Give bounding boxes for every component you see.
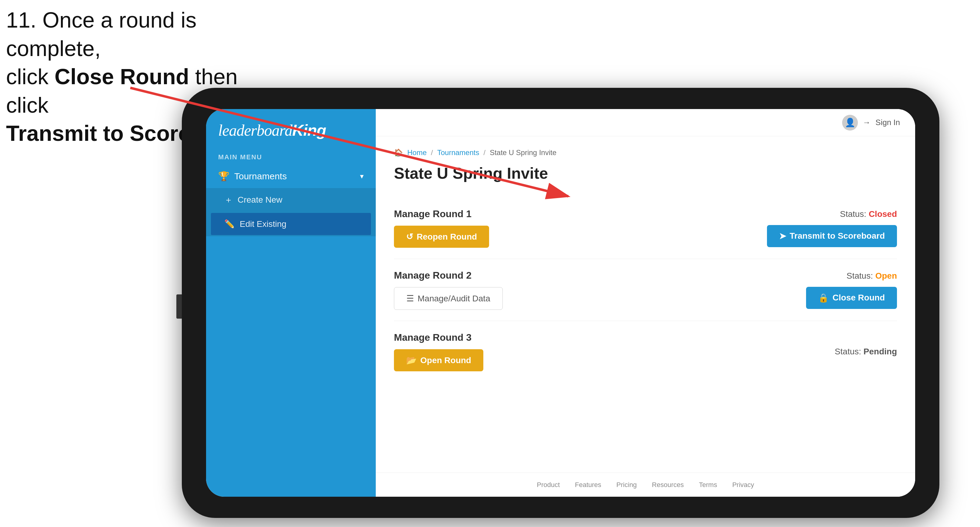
tablet-shell: leaderboardKing MAIN MENU 🏆 Tournaments …	[182, 88, 939, 518]
footer-terms[interactable]: Terms	[699, 481, 717, 489]
chevron-down-icon: ▾	[360, 172, 364, 181]
round-2-row: Manage Round 2 ☰ Manage/Audit Data Statu…	[394, 259, 897, 321]
logo-area: leaderboardKing	[206, 109, 376, 148]
tablet-side-button	[177, 294, 182, 319]
round-1-row: Manage Round 1 ↺ Reopen Round Status: Cl…	[394, 197, 897, 259]
round-1-left: Manage Round 1 ↺ Reopen Round	[394, 208, 489, 248]
logo: leaderboardKing	[218, 121, 364, 139]
reopen-round-button[interactable]: ↺ Reopen Round	[394, 225, 489, 248]
edit-icon: ✏️	[224, 219, 235, 229]
app-container: leaderboardKing MAIN MENU 🏆 Tournaments …	[206, 109, 915, 497]
page-title: State U Spring Invite	[394, 164, 897, 183]
manage-audit-data-button[interactable]: ☰ Manage/Audit Data	[394, 287, 503, 310]
round-1-status: Status: Closed	[840, 209, 897, 219]
sidebar: leaderboardKing MAIN MENU 🏆 Tournaments …	[206, 109, 376, 497]
reopen-icon: ↺	[406, 232, 413, 242]
sidebar-submenu: ＋ Create New ✏️ Edit Existing	[206, 188, 376, 236]
footer-product[interactable]: Product	[537, 481, 560, 489]
footer-features[interactable]: Features	[575, 481, 601, 489]
round-1-right: Status: Closed ➤ Transmit to Scoreboard	[767, 209, 897, 247]
round-1-title: Manage Round 1	[394, 208, 489, 220]
transmit-to-scoreboard-button[interactable]: ➤ Transmit to Scoreboard	[767, 225, 897, 247]
round-3-right: Status: Pending	[835, 347, 897, 357]
audit-icon: ☰	[406, 294, 414, 303]
footer-pricing[interactable]: Pricing	[616, 481, 637, 489]
breadcrumb-current: State U Spring Invite	[490, 148, 556, 157]
close-round-button[interactable]: 🔒 Close Round	[806, 287, 897, 309]
breadcrumb-tournaments[interactable]: Tournaments	[437, 148, 479, 157]
tablet-screen: leaderboardKing MAIN MENU 🏆 Tournaments …	[206, 109, 915, 497]
avatar: 👤	[842, 115, 858, 130]
footer-resources[interactable]: Resources	[652, 481, 684, 489]
open-round-button[interactable]: 📂 Open Round	[394, 349, 483, 371]
open-icon: 📂	[406, 355, 417, 365]
footer-privacy[interactable]: Privacy	[732, 481, 754, 489]
page-content: 🏠 Home / Tournaments / State U Spring In…	[376, 136, 915, 473]
plus-icon: ＋	[224, 194, 233, 206]
round-3-left: Manage Round 3 📂 Open Round	[394, 332, 483, 371]
round-2-right: Status: Open 🔒 Close Round	[806, 271, 897, 309]
sidebar-item-edit-existing[interactable]: ✏️ Edit Existing	[211, 213, 371, 235]
home-icon: 🏠	[394, 148, 403, 157]
round-2-title: Manage Round 2	[394, 270, 503, 281]
round-2-left: Manage Round 2 ☰ Manage/Audit Data	[394, 270, 503, 310]
breadcrumb: 🏠 Home / Tournaments / State U Spring In…	[394, 148, 897, 157]
lock-icon: 🔒	[818, 293, 829, 303]
sidebar-item-tournaments[interactable]: 🏆 Tournaments ▾	[206, 164, 376, 188]
main-content: 👤 → Sign In 🏠 Home / Tournaments / State	[376, 109, 915, 497]
sign-in-button[interactable]: 👤 → Sign In	[842, 115, 900, 130]
breadcrumb-home[interactable]: Home	[407, 148, 427, 157]
round-3-title: Manage Round 3	[394, 332, 483, 343]
round-3-row: Manage Round 3 📂 Open Round Status: Pend…	[394, 321, 897, 382]
round-2-status: Status: Open	[847, 271, 897, 281]
trophy-icon: 🏆	[218, 171, 229, 181]
round-3-status: Status: Pending	[835, 347, 897, 357]
sidebar-item-create-new[interactable]: ＋ Create New	[206, 188, 376, 212]
main-menu-label: MAIN MENU	[206, 148, 376, 164]
footer: Product Features Pricing Resources Terms…	[376, 473, 915, 497]
sign-in-label-icon: →	[863, 118, 870, 127]
top-nav: 👤 → Sign In	[376, 109, 915, 136]
transmit-icon: ➤	[779, 231, 786, 241]
